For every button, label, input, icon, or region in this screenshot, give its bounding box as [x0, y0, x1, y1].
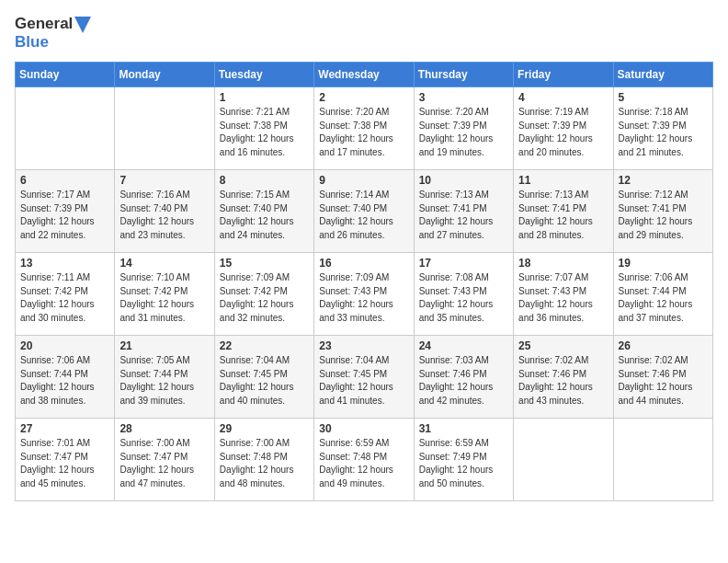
logo-blue: Blue: [15, 33, 49, 51]
day-number: 13: [20, 257, 109, 270]
calendar-day-cell: 26Sunrise: 7:02 AM Sunset: 7:46 PM Dayli…: [613, 336, 712, 419]
day-number: 2: [319, 91, 408, 104]
calendar-day-cell: 20Sunrise: 7:06 AM Sunset: 7:44 PM Dayli…: [16, 336, 115, 419]
day-info: Sunrise: 7:13 AM Sunset: 7:41 PM Dayligh…: [518, 189, 608, 242]
day-info: Sunrise: 7:18 AM Sunset: 7:39 PM Dayligh…: [619, 106, 708, 159]
calendar-day-cell: 22Sunrise: 7:04 AM Sunset: 7:45 PM Dayli…: [214, 336, 313, 419]
day-of-week-header: Tuesday: [214, 63, 313, 87]
calendar-table: SundayMondayTuesdayWednesdayThursdayFrid…: [15, 62, 713, 501]
day-info: Sunrise: 7:10 AM Sunset: 7:42 PM Dayligh…: [119, 271, 209, 325]
day-info: Sunrise: 7:08 AM Sunset: 7:43 PM Dayligh…: [419, 271, 508, 325]
day-number: 6: [20, 174, 109, 187]
calendar-day-cell: 1Sunrise: 7:21 AM Sunset: 7:38 PM Daylig…: [214, 87, 313, 170]
calendar-day-cell: 16Sunrise: 7:09 AM Sunset: 7:43 PM Dayli…: [314, 253, 414, 336]
day-of-week-header: Sunday: [16, 63, 115, 87]
calendar-day-cell: 24Sunrise: 7:03 AM Sunset: 7:46 PM Dayli…: [414, 336, 513, 419]
calendar-day-cell: 14Sunrise: 7:10 AM Sunset: 7:42 PM Dayli…: [115, 253, 214, 336]
calendar-day-cell: 8Sunrise: 7:15 AM Sunset: 7:40 PM Daylig…: [214, 170, 313, 253]
svg-marker-0: [74, 17, 91, 33]
calendar-day-cell: 30Sunrise: 6:59 AM Sunset: 7:48 PM Dayli…: [314, 419, 414, 501]
calendar-week-row: 6Sunrise: 7:17 AM Sunset: 7:39 PM Daylig…: [16, 170, 713, 253]
calendar-day-cell: 18Sunrise: 7:07 AM Sunset: 7:43 PM Dayli…: [514, 253, 613, 336]
calendar-day-cell: 21Sunrise: 7:05 AM Sunset: 7:44 PM Dayli…: [115, 336, 214, 419]
day-number: 17: [419, 257, 508, 270]
calendar-day-cell: 28Sunrise: 7:00 AM Sunset: 7:47 PM Dayli…: [115, 419, 214, 501]
logo-arrow-icon: [74, 17, 91, 33]
day-info: Sunrise: 7:09 AM Sunset: 7:43 PM Dayligh…: [319, 271, 408, 325]
day-number: 7: [119, 174, 209, 187]
calendar-day-cell: [514, 419, 613, 501]
calendar-week-row: 13Sunrise: 7:11 AM Sunset: 7:42 PM Dayli…: [16, 253, 713, 336]
day-info: Sunrise: 7:06 AM Sunset: 7:44 PM Dayligh…: [20, 354, 109, 408]
day-info: Sunrise: 7:13 AM Sunset: 7:41 PM Dayligh…: [419, 189, 508, 242]
day-of-week-header: Monday: [115, 63, 214, 87]
day-info: Sunrise: 7:21 AM Sunset: 7:38 PM Dayligh…: [220, 106, 309, 159]
day-info: Sunrise: 7:15 AM Sunset: 7:40 PM Dayligh…: [220, 189, 309, 242]
calendar-day-cell: 4Sunrise: 7:19 AM Sunset: 7:39 PM Daylig…: [514, 87, 613, 170]
day-number: 22: [220, 339, 309, 352]
calendar-day-cell: 9Sunrise: 7:14 AM Sunset: 7:40 PM Daylig…: [314, 170, 414, 253]
calendar-header-row: SundayMondayTuesdayWednesdayThursdayFrid…: [16, 63, 713, 87]
day-info: Sunrise: 7:02 AM Sunset: 7:46 PM Dayligh…: [518, 354, 608, 408]
day-number: 29: [220, 422, 309, 435]
calendar-day-cell: 17Sunrise: 7:08 AM Sunset: 7:43 PM Dayli…: [414, 253, 513, 336]
calendar-day-cell: 3Sunrise: 7:20 AM Sunset: 7:39 PM Daylig…: [414, 87, 513, 170]
calendar-day-cell: 27Sunrise: 7:01 AM Sunset: 7:47 PM Dayli…: [16, 419, 115, 501]
day-info: Sunrise: 7:05 AM Sunset: 7:44 PM Dayligh…: [119, 354, 209, 408]
day-info: Sunrise: 7:02 AM Sunset: 7:46 PM Dayligh…: [619, 354, 708, 408]
calendar-day-cell: 13Sunrise: 7:11 AM Sunset: 7:42 PM Dayli…: [16, 253, 115, 336]
day-info: Sunrise: 7:12 AM Sunset: 7:41 PM Dayligh…: [619, 189, 708, 242]
day-number: 31: [419, 422, 508, 435]
day-number: 21: [119, 339, 209, 352]
day-info: Sunrise: 7:00 AM Sunset: 7:47 PM Dayligh…: [119, 437, 209, 490]
calendar-week-row: 27Sunrise: 7:01 AM Sunset: 7:47 PM Dayli…: [16, 419, 713, 501]
day-info: Sunrise: 7:06 AM Sunset: 7:44 PM Dayligh…: [619, 271, 708, 325]
day-number: 18: [518, 257, 608, 270]
day-info: Sunrise: 7:11 AM Sunset: 7:42 PM Dayligh…: [20, 271, 109, 325]
day-number: 9: [319, 174, 408, 187]
day-of-week-header: Saturday: [613, 63, 712, 87]
day-info: Sunrise: 7:07 AM Sunset: 7:43 PM Dayligh…: [518, 271, 608, 325]
day-info: Sunrise: 7:04 AM Sunset: 7:45 PM Dayligh…: [220, 354, 309, 408]
day-of-week-header: Friday: [514, 63, 613, 87]
logo-text: General Blue: [15, 15, 91, 51]
day-number: 28: [119, 422, 209, 435]
calendar-day-cell: 31Sunrise: 6:59 AM Sunset: 7:49 PM Dayli…: [414, 419, 513, 501]
logo-general: General: [15, 15, 73, 32]
calendar-day-cell: 6Sunrise: 7:17 AM Sunset: 7:39 PM Daylig…: [16, 170, 115, 253]
day-number: 12: [619, 174, 708, 187]
calendar-day-cell: [16, 87, 115, 170]
day-number: 24: [419, 339, 508, 352]
day-of-week-header: Wednesday: [314, 63, 414, 87]
calendar-day-cell: 23Sunrise: 7:04 AM Sunset: 7:45 PM Dayli…: [314, 336, 414, 419]
calendar-day-cell: 19Sunrise: 7:06 AM Sunset: 7:44 PM Dayli…: [613, 253, 712, 336]
page-header: General Blue: [15, 15, 713, 51]
day-info: Sunrise: 7:14 AM Sunset: 7:40 PM Dayligh…: [319, 189, 408, 242]
day-info: Sunrise: 7:01 AM Sunset: 7:47 PM Dayligh…: [20, 437, 109, 490]
day-info: Sunrise: 7:19 AM Sunset: 7:39 PM Dayligh…: [518, 106, 608, 159]
calendar-day-cell: 2Sunrise: 7:20 AM Sunset: 7:38 PM Daylig…: [314, 87, 414, 170]
day-info: Sunrise: 7:00 AM Sunset: 7:48 PM Dayligh…: [220, 437, 309, 490]
day-number: 20: [20, 339, 109, 352]
calendar-day-cell: 25Sunrise: 7:02 AM Sunset: 7:46 PM Dayli…: [514, 336, 613, 419]
calendar-day-cell: 15Sunrise: 7:09 AM Sunset: 7:42 PM Dayli…: [214, 253, 313, 336]
day-number: 16: [319, 257, 408, 270]
day-info: Sunrise: 6:59 AM Sunset: 7:48 PM Dayligh…: [319, 437, 408, 490]
calendar-day-cell: 11Sunrise: 7:13 AM Sunset: 7:41 PM Dayli…: [514, 170, 613, 253]
calendar-week-row: 20Sunrise: 7:06 AM Sunset: 7:44 PM Dayli…: [16, 336, 713, 419]
day-number: 8: [220, 174, 309, 187]
calendar-day-cell: 5Sunrise: 7:18 AM Sunset: 7:39 PM Daylig…: [613, 87, 712, 170]
day-number: 1: [220, 91, 309, 104]
calendar-day-cell: 12Sunrise: 7:12 AM Sunset: 7:41 PM Dayli…: [613, 170, 712, 253]
day-info: Sunrise: 7:17 AM Sunset: 7:39 PM Dayligh…: [20, 189, 109, 242]
day-number: 23: [319, 339, 408, 352]
day-info: Sunrise: 7:09 AM Sunset: 7:42 PM Dayligh…: [220, 271, 309, 325]
logo: General Blue: [15, 15, 91, 51]
calendar-day-cell: 10Sunrise: 7:13 AM Sunset: 7:41 PM Dayli…: [414, 170, 513, 253]
day-number: 19: [619, 257, 708, 270]
day-number: 3: [419, 91, 508, 104]
day-info: Sunrise: 7:20 AM Sunset: 7:38 PM Dayligh…: [319, 106, 408, 159]
day-info: Sunrise: 7:16 AM Sunset: 7:40 PM Dayligh…: [119, 189, 209, 242]
day-number: 15: [220, 257, 309, 270]
day-number: 5: [619, 91, 708, 104]
